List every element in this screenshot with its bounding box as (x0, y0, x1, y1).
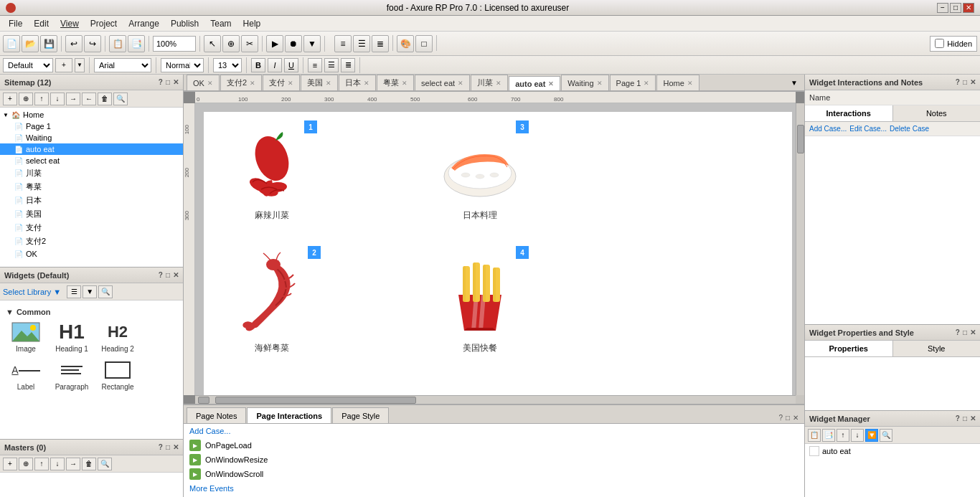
tab-selecteat-close[interactable]: ✕ (458, 80, 463, 87)
menu-view[interactable]: View (55, 17, 85, 30)
widget-down-btn[interactable]: ▼ (83, 285, 97, 298)
masters-close-icon[interactable]: ✕ (173, 443, 179, 451)
tab-waiting[interactable]: Waiting ✕ (561, 75, 608, 90)
sm-down-btn[interactable]: ↓ (50, 93, 65, 105)
delete-case-btn[interactable]: Delete Case (890, 125, 929, 133)
widget-h1[interactable]: H1 Heading 1 (52, 321, 92, 353)
tree-item-japan[interactable]: 📄 日本 (0, 194, 183, 207)
masters-down-btn[interactable]: ↓ (50, 458, 65, 470)
align-center2-btn[interactable]: ☰ (324, 58, 339, 72)
canvas[interactable]: 1 (195, 103, 796, 395)
wi-close-icon[interactable]: ✕ (970, 78, 976, 86)
bottom-tab-style[interactable]: Page Style (332, 407, 389, 423)
tab-japan[interactable]: 日本 ✕ (339, 75, 376, 90)
wp-expand-icon[interactable]: □ (963, 328, 967, 336)
wi-help-icon[interactable]: ? (956, 78, 960, 86)
tree-item-autoeat[interactable]: 📄 auto eat (0, 143, 183, 155)
sitemap-close-icon[interactable]: ✕ (173, 78, 179, 86)
widget-h2[interactable]: H2 Heading 2 (98, 321, 138, 353)
tab-chuan-close[interactable]: ✕ (496, 80, 501, 87)
align-left2-btn[interactable]: ≡ (308, 58, 322, 72)
border-btn[interactable]: □ (415, 35, 433, 52)
add-case-btn[interactable]: Add Case... (189, 427, 798, 435)
undo-btn[interactable]: ↩ (65, 35, 83, 52)
tab-pay2[interactable]: 支付2 ✕ (220, 75, 262, 90)
zoom-input[interactable]: 100% (153, 36, 196, 52)
sm-indent-btn[interactable]: → (66, 93, 80, 105)
widgets-expand-icon[interactable]: □ (166, 271, 170, 279)
maximize-btn[interactable]: □ (950, 3, 961, 13)
sm-outdent-btn[interactable]: ← (82, 93, 96, 105)
wi-tab-notes[interactable]: Notes (893, 105, 981, 121)
open-btn[interactable]: 📂 (22, 35, 39, 52)
sm-del-btn[interactable]: 🗑 (98, 93, 112, 105)
tree-item-us[interactable]: 📄 美国 (0, 207, 183, 221)
widget-paragraph[interactable]: Paragraph (52, 359, 92, 391)
menu-help[interactable]: Help (237, 17, 267, 30)
canvas-scroll-bottom[interactable] (195, 395, 796, 404)
widget-label[interactable]: A Label (6, 359, 46, 391)
edit-case-btn[interactable]: Edit Case... (849, 125, 887, 133)
widget-image[interactable]: Image (6, 321, 46, 353)
redo-btn[interactable]: ↪ (84, 35, 101, 52)
widget-rect[interactable]: Rectangle (98, 359, 138, 391)
size-select[interactable]: 13 (213, 58, 242, 72)
tab-selecteat[interactable]: select eat ✕ (415, 75, 470, 90)
more-btn[interactable]: ▼ (303, 35, 321, 52)
save-btn[interactable]: 💾 (40, 35, 57, 52)
masters-right-btn[interactable]: → (66, 458, 80, 470)
slice-btn[interactable]: ✂ (241, 35, 258, 52)
food-item-1[interactable]: 1 (225, 126, 319, 222)
doc-btn[interactable]: 📋 (109, 35, 126, 52)
style-select[interactable]: Default (3, 58, 53, 72)
tree-item-pay2[interactable]: 📄 支付2 (0, 235, 183, 248)
bottom-tab-notes[interactable]: Page Notes (187, 407, 246, 423)
canvas-page[interactable]: 1 (204, 112, 792, 395)
bottom-tab-interactions[interactable]: Page Interactions (247, 407, 331, 423)
minimize-btn[interactable]: − (937, 3, 948, 13)
tab-waiting-close[interactable]: ✕ (597, 80, 603, 87)
tab-yue-close[interactable]: ✕ (402, 80, 407, 87)
doc2-btn[interactable]: 📑 (128, 35, 145, 52)
wp-tab-properties[interactable]: Properties (805, 341, 893, 356)
tree-item-home[interactable]: ▼ 🏠 Home (0, 109, 183, 120)
tab-ok-close[interactable]: ✕ (207, 80, 213, 87)
wm-item-autoeat[interactable]: auto eat (805, 444, 980, 458)
masters-expand-icon[interactable]: □ (166, 443, 170, 451)
widgets-help-icon[interactable]: ? (159, 271, 163, 279)
tree-item-page1[interactable]: 📄 Page 1 (0, 120, 183, 132)
style2-select[interactable]: Normal (161, 58, 204, 72)
close-btn[interactable]: ✕ (963, 3, 974, 13)
tab-home-close[interactable]: ✕ (687, 80, 693, 87)
wi-tab-interactions[interactable]: Interactions (805, 105, 893, 121)
wm-add2-btn[interactable]: 📑 (822, 429, 835, 442)
align-right-btn[interactable]: ≣ (372, 35, 389, 52)
canvas-scroll-right[interactable] (796, 103, 804, 395)
sm-add-child-btn[interactable]: ⊕ (19, 93, 33, 105)
tab-us[interactable]: 美国 ✕ (301, 75, 338, 90)
wp-tab-style[interactable]: Style (893, 341, 981, 356)
preview-btn[interactable]: ▶ (266, 35, 283, 52)
sm-up-btn[interactable]: ↑ (34, 93, 49, 105)
tree-item-selecteat[interactable]: 📄 select eat (0, 155, 183, 166)
wp-help-icon[interactable]: ? (956, 328, 960, 336)
wm-help-icon[interactable]: ? (956, 415, 960, 422)
widget-search-btn[interactable]: 🔍 (98, 285, 113, 298)
tab-pay-close[interactable]: ✕ (288, 80, 293, 87)
tab-chuan[interactable]: 川菜 ✕ (471, 75, 508, 90)
underline-btn[interactable]: U (284, 58, 298, 72)
menu-project[interactable]: Project (85, 17, 123, 30)
share-btn[interactable]: ⏺ (285, 35, 302, 52)
tab-yue[interactable]: 粤菜 ✕ (377, 75, 414, 90)
tree-item-chuan[interactable]: 📄 川菜 (0, 166, 183, 180)
tab-ok[interactable]: OK ✕ (187, 75, 220, 90)
style-menu-btn[interactable]: ▼ (75, 58, 85, 72)
sitemap-help-icon[interactable]: ? (159, 78, 163, 86)
new-btn[interactable]: 📄 (3, 35, 20, 52)
tree-item-waiting[interactable]: 📄 Waiting (0, 132, 183, 143)
menu-edit[interactable]: Edit (28, 17, 55, 30)
font-select[interactable]: Arial (94, 58, 151, 72)
tab-more-btn[interactable]: ▼ (787, 75, 801, 90)
wm-close-icon[interactable]: ✕ (970, 415, 976, 422)
wi-expand-icon[interactable]: □ (963, 78, 967, 86)
